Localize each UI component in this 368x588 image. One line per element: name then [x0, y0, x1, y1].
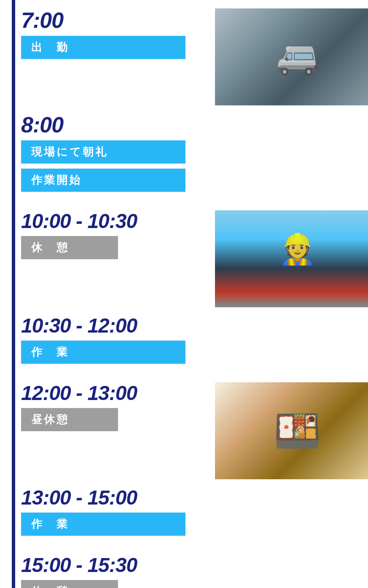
timeline-entry-1030: 10:30 - 12:00 作 業: [0, 315, 368, 366]
activity-700-1: 出 勤: [21, 36, 185, 59]
left-col-800: 8:00 現場にて朝礼 作業開始: [21, 113, 215, 194]
timeline-entry-1000: 10:00 - 10:30 休 憩: [0, 210, 368, 307]
right-col-700: [215, 8, 368, 105]
time-label-1300: 13:00 - 15:00: [21, 487, 207, 509]
right-col-1200: [215, 382, 368, 479]
activity-1300-1: 作 業: [21, 513, 185, 536]
activities-800: 現場にて朝礼 作業開始: [21, 140, 207, 194]
activity-800-1: 現場にて朝礼: [21, 140, 185, 164]
time-label-1500: 15:00 - 15:30: [21, 554, 207, 577]
timeline-entry-1500: 15:00 - 15:30 休 憩: [0, 554, 368, 588]
time-label-1000: 10:00 - 10:30: [21, 210, 207, 233]
left-col-1000: 10:00 - 10:30 休 憩: [21, 210, 215, 262]
timeline-entry-700: 7:00 出 勤: [0, 8, 368, 105]
timeline-entry-800: 8:00 現場にて朝礼 作業開始: [0, 113, 368, 194]
van-image: [215, 8, 368, 105]
left-col: 7:00 出 勤: [21, 8, 215, 62]
time-label-1200: 12:00 - 13:00: [21, 382, 207, 405]
activity-1500-1: 休 憩: [21, 580, 118, 588]
left-col-1030: 10:30 - 12:00 作 業: [21, 315, 215, 366]
timeline-entry-1300: 13:00 - 15:00 作 業: [0, 487, 368, 538]
left-col-1500: 15:00 - 15:30 休 憩: [21, 554, 215, 588]
timeline-container: 7:00 出 勤 8:00 現場にて朝礼 作業開始 10:00 - 10:30 …: [0, 0, 368, 588]
left-col-1300: 13:00 - 15:00 作 業: [21, 487, 215, 538]
timeline-entry-1200: 12:00 - 13:00 昼休憩: [0, 382, 368, 479]
bento-image: [215, 382, 368, 479]
time-label-1030: 10:30 - 12:00: [21, 315, 207, 337]
activity-1200-1: 昼休憩: [21, 408, 118, 431]
right-col-1000: [215, 210, 368, 307]
image-rooftop: [215, 210, 368, 307]
image-bento: [215, 382, 368, 479]
rooftop-image: [215, 210, 368, 307]
activity-800-2: 作業開始: [21, 169, 185, 192]
time-label-800: 8:00: [21, 113, 207, 137]
left-col-1200: 12:00 - 13:00 昼休憩: [21, 382, 215, 434]
activity-1030-1: 作 業: [21, 341, 185, 364]
time-label-700: 7:00: [21, 8, 207, 32]
activity-1000-1: 休 憩: [21, 236, 118, 259]
image-van: [215, 8, 368, 105]
